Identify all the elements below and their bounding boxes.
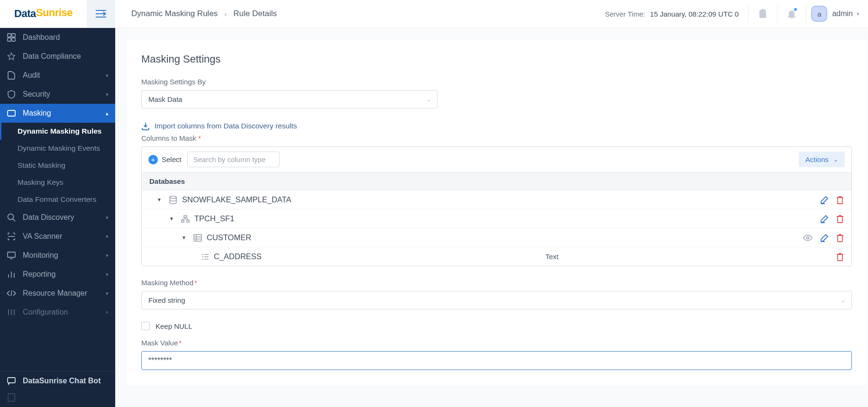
masking-icon [7, 109, 16, 118]
sidebar-sub-static[interactable]: Static Masking [0, 157, 115, 174]
sidebar-item-chatbot[interactable]: DataSunrise Chat Bot [0, 371, 115, 390]
logo-text-2: Sunrise [36, 7, 73, 18]
sidebar-item-compliance[interactable]: Data Compliance [0, 47, 115, 66]
breadcrumb-current: Rule Details [233, 9, 277, 18]
settings-by-select[interactable]: Mask Data ⌵ [141, 90, 438, 109]
sidebar-label: Configuration [23, 308, 99, 317]
sidebar-sub-converters[interactable]: Data Format Converters [0, 191, 115, 208]
audit-icon [7, 71, 16, 80]
actions-label: Actions [805, 155, 829, 163]
collapse-icon[interactable]: ▼ [157, 197, 162, 202]
sidebar-label: Audit [23, 71, 99, 80]
topbar: DataSunrise Dynamic Masking Rules › Rule… [0, 0, 868, 28]
chat-icon [7, 377, 16, 385]
database-name: SNOWFLAKE_SAMPLE_DATA [182, 195, 291, 204]
collapse-icon[interactable]: ▼ [182, 235, 187, 240]
actions-dropdown[interactable]: Actions ⌄ [799, 152, 845, 167]
sidebar-item-security[interactable]: Security ▾ [0, 85, 115, 104]
sidebar-label: Masking [23, 109, 99, 118]
checkbox[interactable] [141, 322, 150, 330]
main-content: Masking Settings Masking Settings By Mas… [115, 28, 868, 407]
columns-toolbar: + Select Actions ⌄ [142, 147, 851, 172]
sidebar-item-reporting[interactable]: Reporting ▾ [0, 265, 115, 284]
chart-icon [7, 270, 16, 279]
import-columns-link[interactable]: Import columns from Data Discovery resul… [141, 122, 852, 130]
collapse-icon[interactable]: ▼ [169, 216, 174, 221]
sidebar-item-configuration[interactable]: Configuration ▾ [0, 303, 115, 322]
edit-button[interactable] [820, 215, 829, 223]
chevron-down-icon: ▾ [106, 91, 109, 98]
avatar[interactable]: a [811, 6, 827, 22]
topbar-right: Server Time: 15 January, 08:22:09 UTC 0 … [605, 4, 868, 23]
logo-text-1: Data [14, 8, 36, 19]
server-time: Server Time: 15 January, 08:22:09 UTC 0 [605, 10, 739, 18]
sidebar-item-masking[interactable]: Masking ▴ [0, 104, 115, 123]
view-button[interactable] [803, 235, 813, 241]
chevron-down-icon: ▾ [106, 290, 109, 297]
svg-point-39 [807, 236, 809, 239]
select-value: Mask Data [148, 95, 427, 103]
edit-button[interactable] [820, 196, 829, 204]
sidebar-item-discovery[interactable]: Data Discovery ▾ [0, 208, 115, 227]
svg-rect-6 [12, 34, 15, 37]
sidebar-label: Reporting [23, 270, 99, 279]
column-name: C_ADDRESS [214, 252, 262, 261]
sidebar-item-va-scanner[interactable]: VA Scanner ▾ [0, 227, 115, 246]
tree-row-schema[interactable]: ▼ TPCH_SF1 [142, 209, 851, 228]
code-icon [7, 290, 16, 297]
sidebar-sub-dynamic-rules[interactable]: Dynamic Masking Rules [0, 123, 115, 140]
column-search-input[interactable] [187, 152, 280, 167]
tree-row-column[interactable]: C_ADDRESS Text [142, 247, 851, 266]
delete-button[interactable] [836, 196, 844, 204]
sidebar-label: DataSunrise Chat Bot [23, 377, 109, 385]
field-label-method: Masking Method [141, 279, 852, 287]
select-btn-label: Select [162, 155, 182, 163]
sidebar-sub-dynamic-events[interactable]: Dynamic Masking Events [0, 140, 115, 157]
tree-row-table[interactable]: ▼ CUSTOMER [142, 228, 851, 247]
svg-rect-23 [8, 378, 15, 383]
mask-value-input[interactable] [141, 351, 852, 370]
sidebar-label: Security [23, 90, 99, 99]
sidebar-label [23, 393, 109, 402]
menu-collapse-icon [96, 9, 106, 18]
notifications-button[interactable] [782, 4, 801, 23]
svg-line-19 [11, 290, 12, 296]
star-icon [7, 52, 16, 61]
settings-card: Masking Settings Masking Settings By Mas… [127, 40, 866, 385]
sidebar-item-audit[interactable]: Audit ▾ [0, 66, 115, 85]
sidebar-item-dashboard[interactable]: Dashboard [0, 28, 115, 47]
table-icon [193, 234, 202, 242]
select-columns-button[interactable]: + Select [148, 155, 182, 164]
clipboard-button[interactable] [753, 4, 772, 23]
tree-row-database[interactable]: ▼ SNOWFLAKE_SAMPLE_DATA [142, 190, 851, 209]
clipboard-icon [758, 9, 767, 18]
masking-method-select[interactable]: Fixed string ⌵ [141, 291, 852, 309]
settings-icon [7, 308, 16, 317]
user-menu[interactable]: admin ▾ [832, 9, 859, 18]
svg-rect-28 [182, 220, 184, 222]
collapse-sidebar-button[interactable] [87, 0, 115, 28]
chevron-down-icon: ▾ [106, 309, 109, 316]
shield-icon [7, 90, 16, 99]
svg-rect-29 [187, 220, 189, 222]
columns-table: + Select Actions ⌄ Databases ▼ SNOWFLAKE… [141, 146, 852, 266]
delete-button[interactable] [836, 234, 844, 242]
edit-button[interactable] [820, 234, 829, 242]
sidebar-label: Monitoring [23, 251, 99, 260]
delete-button[interactable] [836, 253, 844, 261]
sidebar-item-resource-manager[interactable]: Resource Manager ▾ [0, 284, 115, 303]
sidebar-item-docs[interactable] [0, 390, 115, 407]
breadcrumb-parent[interactable]: Dynamic Masking Rules [131, 9, 218, 18]
chevron-down-icon: ⌵ [841, 297, 845, 304]
keep-null-row[interactable]: Keep NULL [141, 322, 852, 330]
schema-name: TPCH_SF1 [194, 214, 234, 223]
sidebar-label: VA Scanner [23, 232, 99, 241]
import-link-text: Import columns from Data Discovery resul… [155, 122, 297, 130]
field-label-columns: Columns to Mask * [141, 134, 852, 142]
logo[interactable]: DataSunrise [0, 0, 87, 28]
sidebar-item-monitoring[interactable]: Monitoring ▾ [0, 246, 115, 265]
svg-rect-7 [8, 38, 11, 41]
sidebar-sub-keys[interactable]: Masking Keys [0, 174, 115, 191]
delete-button[interactable] [836, 215, 844, 223]
svg-rect-10 [8, 110, 15, 116]
